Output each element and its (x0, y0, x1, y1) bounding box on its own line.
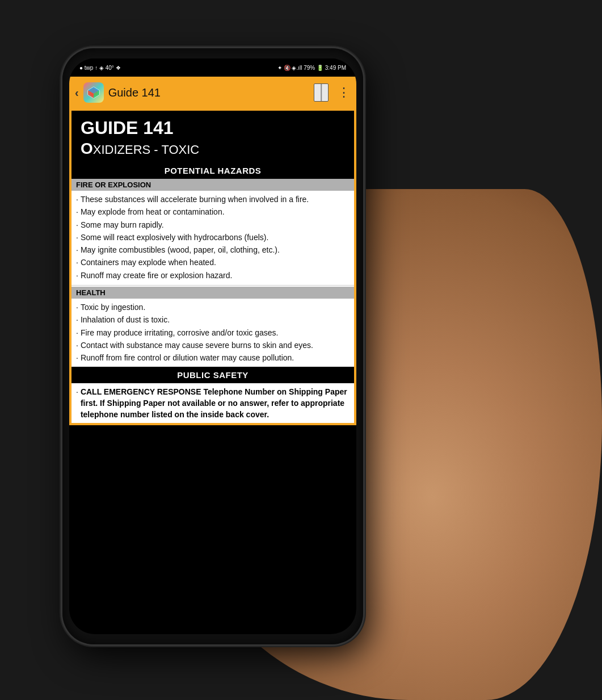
scene: ● twp ↑ ◈ 40° ❖ ✦ 🔇 ◈.ıll 79% 🔋 3:49 PM … (0, 0, 602, 700)
guide-subtitle: OXIDIZERS - TOXIC (81, 139, 345, 158)
health-label: HEALTH (71, 287, 354, 299)
bullet-icon: · (76, 206, 78, 217)
item-text: Some will react explosively with hydroca… (81, 232, 268, 243)
bullet-icon: · (76, 232, 78, 243)
guide-title-section: GUIDE 141 OXIDIZERS - TOXIC (71, 111, 354, 162)
app-icon (83, 82, 104, 103)
list-item: · Inhalation of dust is toxic. (76, 313, 350, 326)
back-button[interactable]: ‹ (75, 86, 79, 99)
status-left-text: ● twp ↑ ◈ 40° ❖ (79, 65, 121, 71)
bookmark-button[interactable] (314, 83, 329, 102)
status-right-text: ✦ 🔇 ◈.ıll 79% 🔋 3:49 PM (277, 65, 346, 71)
item-text: Some may burn rapidly. (81, 219, 164, 230)
item-text: Containers may explode when heated. (81, 257, 216, 268)
bullet-icon: · (76, 339, 78, 351)
bullet-icon: · (76, 270, 78, 281)
potential-hazards-header: POTENTIAL HAZARDS (71, 162, 354, 179)
emergency-warning-text: CALL EMERGENCY RESPONSE Telephone Number… (81, 386, 350, 421)
list-item: · Some may burn rapidly. (76, 219, 350, 231)
public-safety-content: · CALL EMERGENCY RESPONSE Telephone Numb… (71, 383, 354, 424)
bullet-icon: · (76, 244, 78, 255)
fire-explosion-label: FIRE OR EXPLOSION (71, 179, 354, 191)
subtitle-rest: XIDIZERS - TOXIC (93, 142, 199, 157)
status-bar: ● twp ↑ ◈ 40° ❖ ✦ 🔇 ◈.ıll 79% 🔋 3:49 PM (69, 58, 356, 77)
public-safety-header: PUBLIC SAFETY (71, 367, 354, 383)
item-text: May explode from heat or contamination. (81, 206, 225, 217)
list-item: · Some will react explosively with hydro… (76, 231, 350, 244)
bullet-icon: · (76, 194, 78, 205)
item-text: May ignite combustibles (wood, paper, oi… (81, 244, 280, 255)
list-item: · Fire may produce irritating, corrosive… (76, 326, 350, 339)
phone-device: ● twp ↑ ◈ 40° ❖ ✦ 🔇 ◈.ıll 79% 🔋 3:49 PM … (62, 48, 363, 644)
list-item: · These substances will accelerate burni… (76, 193, 350, 206)
item-text: Toxic by ingestion. (81, 301, 145, 313)
health-content: · Toxic by ingestion. · Inhalation of du… (71, 299, 354, 366)
list-item: · Runoff may create fire or explosion ha… (76, 269, 350, 282)
bullet-icon: · (76, 314, 78, 325)
list-item: · May explode from heat or contamination… (76, 206, 350, 218)
bullet-icon: · (76, 301, 78, 313)
status-left-icons: ● twp ↑ ◈ 40° ❖ (79, 65, 121, 71)
item-text: Runoff from fire control or dilution wat… (81, 352, 294, 363)
phone-screen: ● twp ↑ ◈ 40° ❖ ✦ 🔇 ◈.ıll 79% 🔋 3:49 PM … (69, 58, 356, 634)
list-item: · May ignite combustibles (wood, paper, … (76, 244, 350, 256)
item-text: Inhalation of dust is toxic. (81, 314, 170, 325)
item-text: Contact with substance may cause severe … (81, 339, 313, 351)
item-text: Runoff may create fire or explosion haza… (81, 270, 232, 281)
status-right-info: ✦ 🔇 ◈.ıll 79% 🔋 3:49 PM (277, 65, 346, 71)
bullet-icon: · (76, 352, 78, 363)
bullet-icon: · (76, 219, 78, 230)
list-item: · Runoff from fire control or dilution w… (76, 351, 350, 364)
section-divider (71, 285, 354, 286)
list-item: · Toxic by ingestion. (76, 301, 350, 313)
app-bar: ‹ Guide 141 (69, 77, 356, 108)
bullet-icon: · (76, 257, 78, 268)
guide-content-area: GUIDE 141 OXIDIZERS - TOXIC POTENTIAL HA… (69, 108, 356, 634)
guide-container: GUIDE 141 OXIDIZERS - TOXIC POTENTIAL HA… (69, 108, 356, 425)
bullet-icon: · (76, 386, 78, 397)
app-bar-action-icons: ⋮ (314, 83, 351, 102)
guide-number: GUIDE 141 (81, 118, 345, 139)
list-item: · Containers may explode when heated. (76, 256, 350, 269)
fire-explosion-content: · These substances will accelerate burni… (71, 191, 354, 284)
list-item: · CALL EMERGENCY RESPONSE Telephone Numb… (76, 385, 350, 421)
list-item: · Contact with substance may cause sever… (76, 339, 350, 351)
app-bar-title: Guide 141 (108, 86, 309, 99)
item-text: These substances will accelerate burning… (81, 194, 309, 205)
overflow-menu-button[interactable]: ⋮ (338, 85, 351, 100)
bullet-icon: · (76, 327, 78, 338)
item-text: Fire may produce irritating, corrosive a… (81, 327, 279, 338)
subtitle-first-letter: O (81, 140, 93, 157)
